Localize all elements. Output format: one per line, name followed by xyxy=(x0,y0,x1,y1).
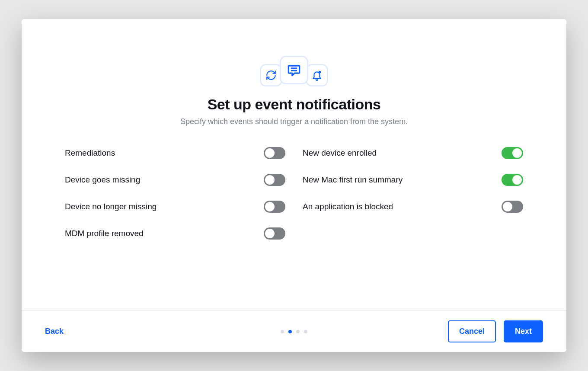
pager-dot[interactable] xyxy=(304,330,307,333)
toggle-row: New Mac first run summary xyxy=(303,174,523,186)
toggle-label: Remediations xyxy=(65,148,115,158)
toggle-switch[interactable] xyxy=(264,174,285,186)
pager-dot[interactable] xyxy=(288,330,292,333)
page-title: Set up event notifications xyxy=(208,96,381,113)
toggle-label: MDM profile removed xyxy=(65,229,144,238)
toggle-switch[interactable] xyxy=(264,201,285,213)
toggle-row: New device enrolled xyxy=(303,147,523,159)
toggle-row: Remediations xyxy=(65,147,285,159)
toggle-knob xyxy=(512,148,522,158)
toggle-knob xyxy=(512,175,522,185)
toggle-label: New device enrolled xyxy=(303,148,377,158)
back-button[interactable]: Back xyxy=(45,327,64,336)
toggle-label: New Mac first run summary xyxy=(303,175,403,185)
toggle-switch[interactable] xyxy=(264,227,285,240)
pager-dot[interactable] xyxy=(296,330,300,333)
hero-icon-cluster xyxy=(260,54,328,86)
setup-modal: Set up event notifications Specify which… xyxy=(22,19,566,352)
toggle-switch[interactable] xyxy=(502,147,523,159)
toggle-knob xyxy=(265,202,275,211)
toggle-knob xyxy=(265,148,275,158)
modal-footer: Back Cancel Next xyxy=(22,310,566,352)
toggle-row: Device no longer missing xyxy=(65,201,285,213)
toggle-row: MDM profile removed xyxy=(65,227,285,240)
toggle-switch[interactable] xyxy=(264,147,285,159)
toggles-col-right: New device enrolledNew Mac first run sum… xyxy=(303,147,523,240)
toggle-switch[interactable] xyxy=(502,174,523,186)
toggle-label: Device no longer missing xyxy=(65,202,157,211)
bell-icon xyxy=(306,64,328,86)
message-icon xyxy=(280,56,308,84)
footer-actions: Cancel Next xyxy=(448,320,543,342)
refresh-icon xyxy=(260,64,282,86)
toggle-row: Device goes missing xyxy=(65,174,285,186)
svg-point-2 xyxy=(319,71,320,73)
toggle-row: An application is blocked xyxy=(303,201,523,213)
pager-dot[interactable] xyxy=(281,330,284,333)
toggle-label: Device goes missing xyxy=(65,175,140,185)
page-subtitle: Specify which events should trigger a no… xyxy=(180,117,408,126)
toggle-knob xyxy=(265,229,275,238)
step-pager xyxy=(281,330,307,333)
toggles-grid: RemediationsDevice goes missingDevice no… xyxy=(65,147,523,240)
toggle-knob xyxy=(265,175,275,185)
next-button[interactable]: Next xyxy=(504,320,543,342)
modal-body: Set up event notifications Specify which… xyxy=(22,19,566,310)
toggles-col-left: RemediationsDevice goes missingDevice no… xyxy=(65,147,285,240)
toggle-switch[interactable] xyxy=(502,201,523,213)
toggle-label: An application is blocked xyxy=(303,202,393,211)
toggle-knob xyxy=(503,202,512,211)
cancel-button[interactable]: Cancel xyxy=(448,320,496,342)
